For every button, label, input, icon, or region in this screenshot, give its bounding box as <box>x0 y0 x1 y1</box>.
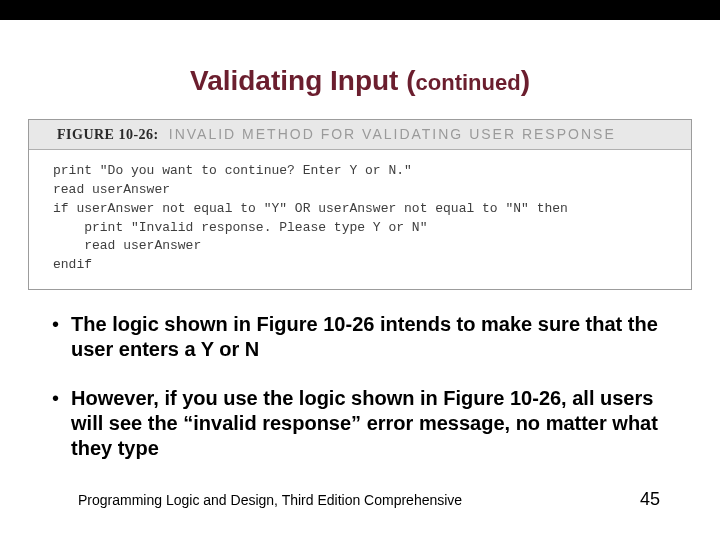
slide-title: Validating Input (continued) <box>0 65 720 97</box>
figure-label: FIGURE 10-26: <box>57 127 159 143</box>
bullet-list: • The logic shown in Figure 10-26 intend… <box>52 312 660 461</box>
top-bar <box>0 0 720 20</box>
title-main: Validating Input ( <box>190 65 416 96</box>
list-item: • The logic shown in Figure 10-26 intend… <box>52 312 660 362</box>
code-block: print "Do you want to continue? Enter Y … <box>29 150 691 289</box>
figure-caption: INVALID METHOD FOR VALIDATING USER RESPO… <box>169 126 616 142</box>
figure-header: FIGURE 10-26: INVALID METHOD FOR VALIDAT… <box>29 120 691 150</box>
footer-source: Programming Logic and Design, Third Edit… <box>78 492 462 508</box>
list-item: • However, if you use the logic shown in… <box>52 386 660 461</box>
title-continued: continued <box>416 70 521 95</box>
bullet-marker: • <box>52 312 59 362</box>
figure-box: FIGURE 10-26: INVALID METHOD FOR VALIDAT… <box>28 119 692 290</box>
bullet-marker: • <box>52 386 59 461</box>
footer: Programming Logic and Design, Third Edit… <box>0 489 720 510</box>
page-number: 45 <box>640 489 660 510</box>
bullet-text: The logic shown in Figure 10-26 intends … <box>71 312 660 362</box>
bullet-text: However, if you use the logic shown in F… <box>71 386 660 461</box>
title-closing: ) <box>521 65 530 96</box>
